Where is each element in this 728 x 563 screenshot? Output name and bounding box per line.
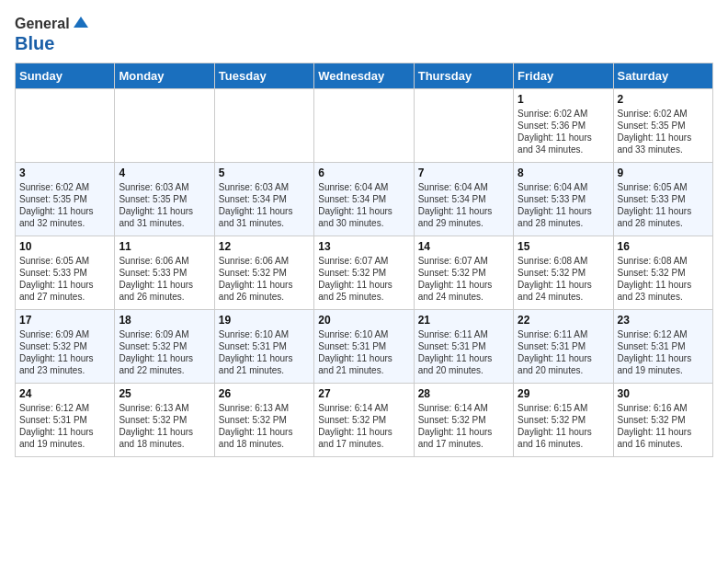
calendar-week-row: 1Sunrise: 6:02 AM Sunset: 5:36 PM Daylig… [16, 89, 713, 163]
calendar-cell [414, 89, 513, 163]
day-info: Sunrise: 6:16 AM Sunset: 5:32 PM Dayligh… [618, 402, 709, 450]
day-number: 18 [119, 314, 210, 327]
calendar-cell: 2Sunrise: 6:02 AM Sunset: 5:35 PM Daylig… [613, 89, 712, 163]
day-number: 20 [318, 314, 409, 327]
day-info: Sunrise: 6:02 AM Sunset: 5:35 PM Dayligh… [19, 181, 110, 229]
day-info: Sunrise: 6:11 AM Sunset: 5:31 PM Dayligh… [518, 328, 609, 376]
day-info: Sunrise: 6:02 AM Sunset: 5:35 PM Dayligh… [618, 108, 709, 155]
day-number: 5 [219, 167, 310, 179]
day-number: 7 [418, 167, 509, 179]
svg-marker-0 [74, 17, 88, 28]
logo: General Blue [15, 15, 90, 53]
calendar-week-row: 10Sunrise: 6:05 AM Sunset: 5:33 PM Dayli… [16, 236, 713, 310]
calendar-cell [16, 89, 115, 163]
day-info: Sunrise: 6:13 AM Sunset: 5:32 PM Dayligh… [119, 402, 210, 450]
day-info: Sunrise: 6:12 AM Sunset: 5:31 PM Dayligh… [618, 328, 709, 376]
calendar-cell [214, 89, 313, 163]
day-number: 28 [418, 387, 509, 400]
day-info: Sunrise: 6:06 AM Sunset: 5:32 PM Dayligh… [219, 255, 310, 303]
calendar-header-row: SundayMondayTuesdayWednesdayThursdayFrid… [16, 63, 713, 89]
day-info: Sunrise: 6:03 AM Sunset: 5:34 PM Dayligh… [219, 181, 310, 229]
calendar-cell: 12Sunrise: 6:06 AM Sunset: 5:32 PM Dayli… [214, 236, 313, 310]
day-info: Sunrise: 6:04 AM Sunset: 5:34 PM Dayligh… [318, 181, 409, 229]
day-of-week-header: Friday [514, 63, 613, 89]
day-number: 12 [219, 240, 310, 253]
calendar-cell: 28Sunrise: 6:14 AM Sunset: 5:32 PM Dayli… [414, 384, 513, 457]
day-of-week-header: Monday [115, 63, 214, 89]
calendar-cell: 11Sunrise: 6:06 AM Sunset: 5:33 PM Dayli… [115, 236, 214, 310]
calendar-week-row: 17Sunrise: 6:09 AM Sunset: 5:32 PM Dayli… [16, 310, 713, 384]
day-number: 2 [618, 93, 709, 106]
day-of-week-header: Thursday [414, 63, 513, 89]
day-info: Sunrise: 6:10 AM Sunset: 5:31 PM Dayligh… [219, 328, 310, 376]
calendar-cell: 1Sunrise: 6:02 AM Sunset: 5:36 PM Daylig… [514, 89, 613, 163]
day-number: 26 [219, 387, 310, 400]
day-info: Sunrise: 6:09 AM Sunset: 5:32 PM Dayligh… [19, 328, 110, 376]
calendar-cell: 14Sunrise: 6:07 AM Sunset: 5:32 PM Dayli… [414, 236, 513, 310]
day-info: Sunrise: 6:02 AM Sunset: 5:36 PM Dayligh… [518, 108, 609, 155]
calendar-cell: 22Sunrise: 6:11 AM Sunset: 5:31 PM Dayli… [514, 310, 613, 384]
day-number: 10 [19, 240, 110, 253]
day-number: 16 [618, 240, 709, 253]
calendar-cell: 18Sunrise: 6:09 AM Sunset: 5:32 PM Dayli… [115, 310, 214, 384]
day-info: Sunrise: 6:08 AM Sunset: 5:32 PM Dayligh… [618, 255, 709, 303]
day-number: 14 [418, 240, 509, 253]
day-number: 19 [219, 314, 310, 327]
day-number: 25 [119, 387, 210, 400]
day-info: Sunrise: 6:04 AM Sunset: 5:33 PM Dayligh… [518, 181, 609, 229]
day-info: Sunrise: 6:08 AM Sunset: 5:32 PM Dayligh… [518, 255, 609, 303]
calendar-cell [314, 89, 414, 163]
calendar-cell: 23Sunrise: 6:12 AM Sunset: 5:31 PM Dayli… [613, 310, 712, 384]
day-info: Sunrise: 6:12 AM Sunset: 5:31 PM Dayligh… [19, 402, 110, 450]
day-of-week-header: Saturday [613, 63, 712, 89]
calendar-cell: 25Sunrise: 6:13 AM Sunset: 5:32 PM Dayli… [115, 384, 214, 457]
day-number: 22 [518, 314, 609, 327]
day-number: 27 [318, 387, 409, 400]
day-info: Sunrise: 6:09 AM Sunset: 5:32 PM Dayligh… [119, 328, 210, 376]
day-info: Sunrise: 6:05 AM Sunset: 5:33 PM Dayligh… [19, 255, 110, 303]
calendar-cell: 24Sunrise: 6:12 AM Sunset: 5:31 PM Dayli… [16, 384, 115, 457]
day-of-week-header: Wednesday [314, 63, 414, 89]
day-number: 8 [518, 167, 609, 179]
day-info: Sunrise: 6:14 AM Sunset: 5:32 PM Dayligh… [318, 402, 409, 450]
day-number: 13 [318, 240, 409, 253]
logo-general-text: General [15, 16, 70, 32]
day-info: Sunrise: 6:11 AM Sunset: 5:31 PM Dayligh… [418, 328, 509, 376]
day-number: 21 [418, 314, 509, 327]
calendar-cell: 19Sunrise: 6:10 AM Sunset: 5:31 PM Dayli… [214, 310, 313, 384]
calendar-cell: 4Sunrise: 6:03 AM Sunset: 5:35 PM Daylig… [115, 163, 214, 236]
day-number: 9 [618, 167, 709, 179]
day-info: Sunrise: 6:05 AM Sunset: 5:33 PM Dayligh… [618, 181, 709, 229]
calendar-cell: 5Sunrise: 6:03 AM Sunset: 5:34 PM Daylig… [214, 163, 313, 236]
day-number: 15 [518, 240, 609, 253]
calendar-cell: 16Sunrise: 6:08 AM Sunset: 5:32 PM Dayli… [613, 236, 712, 310]
day-number: 24 [19, 387, 110, 400]
calendar-week-row: 24Sunrise: 6:12 AM Sunset: 5:31 PM Dayli… [16, 384, 713, 457]
day-info: Sunrise: 6:07 AM Sunset: 5:32 PM Dayligh… [318, 255, 409, 303]
day-info: Sunrise: 6:07 AM Sunset: 5:32 PM Dayligh… [418, 255, 509, 303]
day-number: 30 [618, 387, 709, 400]
day-info: Sunrise: 6:10 AM Sunset: 5:31 PM Dayligh… [318, 328, 409, 376]
day-number: 4 [119, 167, 210, 179]
page-header: General Blue [15, 15, 713, 53]
day-of-week-header: Tuesday [214, 63, 313, 89]
day-info: Sunrise: 6:15 AM Sunset: 5:32 PM Dayligh… [518, 402, 609, 450]
day-number: 6 [318, 167, 409, 179]
calendar-cell: 6Sunrise: 6:04 AM Sunset: 5:34 PM Daylig… [314, 163, 414, 236]
day-number: 11 [119, 240, 210, 253]
logo-blue-text: Blue [15, 33, 90, 53]
day-number: 23 [618, 314, 709, 327]
calendar-cell: 30Sunrise: 6:16 AM Sunset: 5:32 PM Dayli… [613, 384, 712, 457]
calendar-cell: 8Sunrise: 6:04 AM Sunset: 5:33 PM Daylig… [514, 163, 613, 236]
calendar-week-row: 3Sunrise: 6:02 AM Sunset: 5:35 PM Daylig… [16, 163, 713, 236]
day-info: Sunrise: 6:13 AM Sunset: 5:32 PM Dayligh… [219, 402, 310, 450]
logo-icon [72, 15, 90, 33]
calendar-table: SundayMondayTuesdayWednesdayThursdayFrid… [15, 63, 713, 457]
day-of-week-header: Sunday [16, 63, 115, 89]
calendar-cell: 20Sunrise: 6:10 AM Sunset: 5:31 PM Dayli… [314, 310, 414, 384]
calendar-cell: 27Sunrise: 6:14 AM Sunset: 5:32 PM Dayli… [314, 384, 414, 457]
day-info: Sunrise: 6:03 AM Sunset: 5:35 PM Dayligh… [119, 181, 210, 229]
day-info: Sunrise: 6:14 AM Sunset: 5:32 PM Dayligh… [418, 402, 509, 450]
calendar-cell: 21Sunrise: 6:11 AM Sunset: 5:31 PM Dayli… [414, 310, 513, 384]
calendar-cell: 13Sunrise: 6:07 AM Sunset: 5:32 PM Dayli… [314, 236, 414, 310]
